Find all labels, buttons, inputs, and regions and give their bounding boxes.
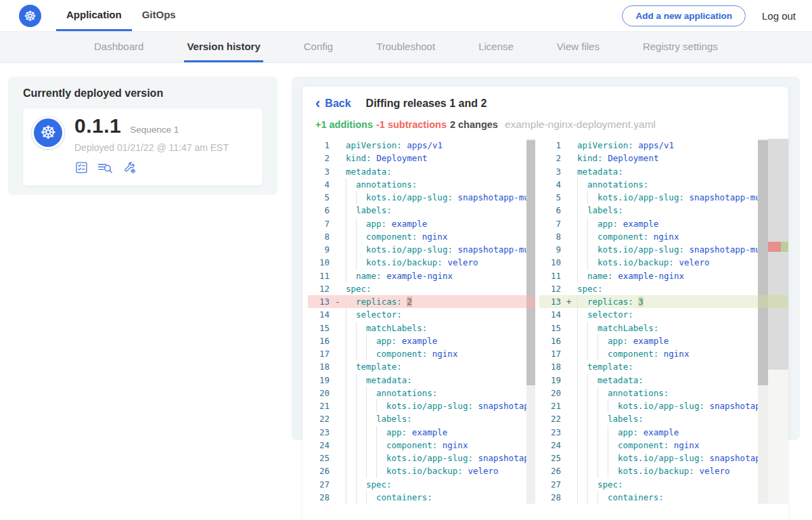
version-action-icons: [74, 160, 229, 175]
code-line: 9kots.io/app-slug: snapshotapp-mu: [539, 243, 758, 256]
code-line: 12spec:: [308, 282, 526, 295]
subtractions-count: -1 subtractions: [376, 119, 447, 130]
code-line: 1apiVersion: apps/v1: [308, 139, 526, 152]
code-line: 27spec:: [308, 478, 526, 491]
diff-stats: +1 additions -1 subtractions 2 changes e…: [315, 118, 788, 131]
top-nav-actions: Add a new application Log out: [622, 5, 812, 26]
kubernetes-wheel-icon: ☸: [24, 9, 37, 23]
code-line: 8component: nginx: [539, 230, 758, 243]
top-nav: ☸ Application GitOps Add a new applicati…: [0, 0, 812, 32]
back-label: Back: [325, 98, 351, 110]
code-line: 7app: example: [539, 217, 758, 230]
diff-editors: 1apiVersion: apps/v12kind: Deployment3me…: [308, 139, 788, 504]
additions-count: +1 additions: [315, 119, 373, 130]
code-line: 23app: example: [308, 426, 526, 439]
ruler-addition-mark: [781, 242, 788, 252]
code-line: 5kots.io/app-slug: snapshotapp-mu: [539, 191, 758, 204]
code-line: 4annotations:: [539, 178, 758, 191]
code-line: 7app: example: [308, 217, 526, 230]
code-line: 13-replicas: 2: [308, 295, 526, 308]
code-line: 1apiVersion: apps/v1: [539, 139, 758, 152]
code-line: 6labels:: [308, 204, 526, 217]
deploy-logs-icon[interactable]: [97, 160, 114, 175]
code-line: 19metadata:: [539, 374, 758, 387]
diff-pane-old: 1apiVersion: apps/v12kind: Deployment3me…: [308, 139, 535, 504]
tab-license[interactable]: License: [476, 32, 516, 62]
code-line: 27spec:: [539, 478, 758, 491]
sequence-label: Sequence 1: [130, 125, 179, 135]
code-line: 3metadata:: [539, 165, 758, 178]
code-line: 15matchLabels:: [539, 322, 758, 334]
code-lines-old: 1apiVersion: apps/v12kind: Deployment3me…: [308, 139, 526, 504]
code-line: 21kots.io/app-slug: snapshotap: [308, 399, 526, 412]
back-link[interactable]: ‹ Back: [315, 98, 351, 110]
code-line: 5kots.io/app-slug: snapshotapp-mu: [308, 191, 526, 204]
code-line: 16app: example: [308, 334, 526, 347]
chevron-left-icon: ‹: [315, 99, 320, 108]
tab-registry-settings[interactable]: Registry settings: [640, 32, 721, 62]
code-line: 6labels:: [539, 204, 758, 217]
tab-troubleshoot[interactable]: Troubleshoot: [374, 32, 438, 62]
code-line: 24component: nginx: [308, 439, 526, 452]
deployed-timestamp: Deployed 01/21/22 @ 11:47 am EST: [74, 142, 229, 153]
logout-link[interactable]: Log out: [762, 10, 796, 22]
scrollbar-thumb[interactable]: [758, 140, 768, 385]
tab-version-history[interactable]: Version history: [184, 32, 263, 62]
tab-config[interactable]: Config: [301, 32, 336, 62]
tab-view-files[interactable]: View files: [554, 32, 602, 62]
code-line: 20annotations:: [539, 387, 758, 399]
tab-dashboard[interactable]: Dashboard: [91, 32, 146, 62]
code-line: 26kots.io/backup: velero: [308, 464, 526, 477]
diff-overview-ruler[interactable]: [768, 139, 788, 504]
code-line: 22labels:: [308, 412, 526, 425]
scrollbar-new[interactable]: [758, 139, 768, 504]
code-line: 19metadata:: [308, 374, 526, 387]
code-line: 17component: nginx: [539, 347, 758, 360]
code-line: 10kots.io/backup: velero: [308, 256, 526, 269]
scrollbar-thumb[interactable]: [526, 140, 535, 385]
code-line: 23app: example: [539, 426, 758, 439]
code-line: 16app: example: [539, 334, 758, 347]
kubernetes-app-icon: ☸: [34, 118, 62, 147]
deployed-card-title: Currently deployed version: [23, 87, 263, 100]
currently-deployed-card: Currently deployed version ☸ 0.1.1 Seque…: [8, 77, 277, 195]
app-logo: ☸: [31, 116, 65, 150]
code-line: 11name: example-nginx: [308, 269, 526, 282]
changes-count: 2 changes: [450, 119, 498, 130]
code-line: 28containers:: [308, 491, 526, 504]
code-line: 11name: example-nginx: [539, 269, 758, 282]
code-line: 26kots.io/backup: velero: [539, 464, 758, 477]
code-line: 8component: nginx: [308, 230, 526, 243]
scrollbar-old[interactable]: [526, 139, 535, 504]
code-line: 13+replicas: 3: [539, 295, 758, 308]
code-line: 14selector:: [308, 308, 526, 321]
code-line: 25kots.io/app-slug: snapshotap: [539, 452, 758, 464]
tab-gitops[interactable]: GitOps: [132, 0, 186, 31]
code-line: 28containers:: [539, 491, 758, 504]
preflight-checklist-icon[interactable]: [74, 160, 89, 175]
deployed-version-info: 0.1.1 Sequence 1 Deployed 01/21/22 @ 11:…: [74, 116, 229, 178]
code-line: 4annotations:: [308, 178, 526, 191]
diff-header: ‹ Back Diffing releases 1 and 2: [315, 98, 788, 110]
code-line: 3metadata:: [308, 165, 526, 178]
code-line: 25kots.io/app-slug: snapshotap: [308, 452, 526, 464]
code-line: 18template:: [539, 360, 758, 373]
diff-pane-new: 1apiVersion: apps/v12kind: Deployment3me…: [539, 139, 788, 504]
code-line: 2kind: Deployment: [539, 152, 758, 165]
version-number: 0.1.1: [74, 116, 121, 136]
config-wrench-icon[interactable]: [122, 160, 137, 175]
ruler-deletion-mark: [768, 242, 781, 252]
code-line: 12spec:: [539, 282, 758, 295]
code-line: 18template:: [308, 360, 526, 373]
deployed-version-card: ☸ 0.1.1 Sequence 1 Deployed 01/21/22 @ 1…: [23, 108, 263, 186]
app-subnav: Dashboard Version history Config Trouble…: [0, 32, 812, 63]
code-line: 15matchLabels:: [308, 322, 526, 334]
kubernetes-logo: ☸: [19, 5, 41, 27]
code-line: 9kots.io/app-slug: snapshotapp-mu: [308, 243, 526, 256]
tab-application[interactable]: Application: [56, 0, 132, 31]
code-lines-new: 1apiVersion: apps/v12kind: Deployment3me…: [539, 139, 758, 504]
code-line: 17component: nginx: [308, 347, 526, 360]
top-nav-tabs: Application GitOps: [56, 0, 186, 31]
add-application-button[interactable]: Add a new application: [622, 5, 746, 26]
diff-title: Diffing releases 1 and 2: [366, 98, 487, 110]
